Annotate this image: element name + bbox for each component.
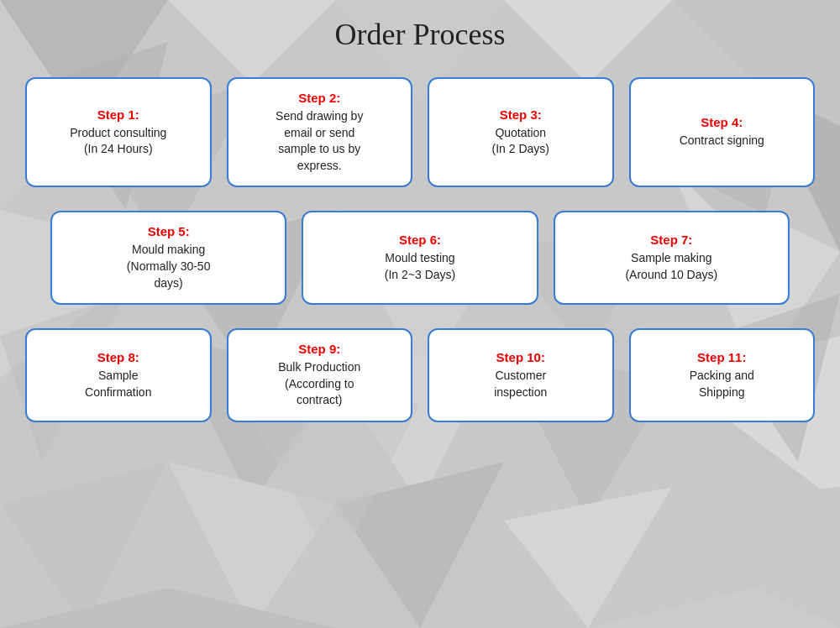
step-desc-2-1: Mould making(Normally 30-50days) [127,242,211,291]
step-label-1-3: Step 3: [500,107,542,122]
step-box-1-2: Step 2:Send drawing byemail or sendsampl… [227,77,413,187]
step-box-1-4: Step 4:Contract signing [629,77,816,187]
step-box-3-1: Step 8:SampleConfirmation [25,328,212,422]
step-label-1-4: Step 4: [701,115,743,129]
step-desc-2-2: Mould testing(In 2~3 Days) [385,250,455,283]
step-label-3-3: Step 10: [496,350,545,364]
step-box-3-3: Step 10:Customerinspection [428,328,614,422]
step-label-3-4: Step 11: [697,350,746,364]
step-box-2-1: Step 5:Mould making(Normally 30-50days) [50,211,286,305]
step-label-1-2: Step 2: [298,91,340,105]
step-box-2-2: Step 6:Mould testing(In 2~3 Days) [302,211,538,305]
step-label-3-1: Step 8: [97,350,139,364]
step-desc-2-3: Sample making(Around 10 Days) [625,250,717,283]
step-label-2-3: Step 7: [650,233,692,247]
step-desc-3-2: Bulk Production(According tocontract) [278,359,360,409]
steps-grid: Step 1:Product consulting(In 24 Hours)St… [25,77,815,422]
step-box-1-3: Step 3:Quotation(In 2 Days) [428,77,614,187]
step-label-2-1: Step 5: [148,224,190,238]
steps-row-3: Step 8:SampleConfirmationStep 9:Bulk Pro… [25,328,815,422]
step-box-3-2: Step 9:Bulk Production(According tocontr… [227,328,413,422]
step-box-2-3: Step 7:Sample making(Around 10 Days) [554,211,790,305]
steps-row-1: Step 1:Product consulting(In 24 Hours)St… [25,77,815,187]
page-title: Order Process [25,17,815,52]
steps-row-2: Step 5:Mould making(Normally 30-50days)S… [25,211,815,305]
step-box-3-4: Step 11:Packing andShipping [629,328,816,422]
step-label-2-2: Step 6: [399,233,441,247]
step-desc-3-3: Customerinspection [494,368,547,400]
step-label-1-1: Step 1: [97,107,139,122]
step-desc-3-1: SampleConfirmation [85,368,151,400]
step-desc-1-2: Send drawing byemail or sendsample to us… [276,108,363,174]
step-label-3-2: Step 9: [298,342,340,356]
step-desc-1-3: Quotation(In 2 Days) [492,125,549,158]
step-desc-1-1: Product consulting(In 24 Hours) [70,125,166,158]
step-desc-1-4: Contract signing [680,133,764,149]
step-desc-3-4: Packing andShipping [690,368,754,400]
main-content: Order Process Step 1:Product consulting(… [0,0,840,628]
step-box-1-1: Step 1:Product consulting(In 24 Hours) [25,77,212,187]
